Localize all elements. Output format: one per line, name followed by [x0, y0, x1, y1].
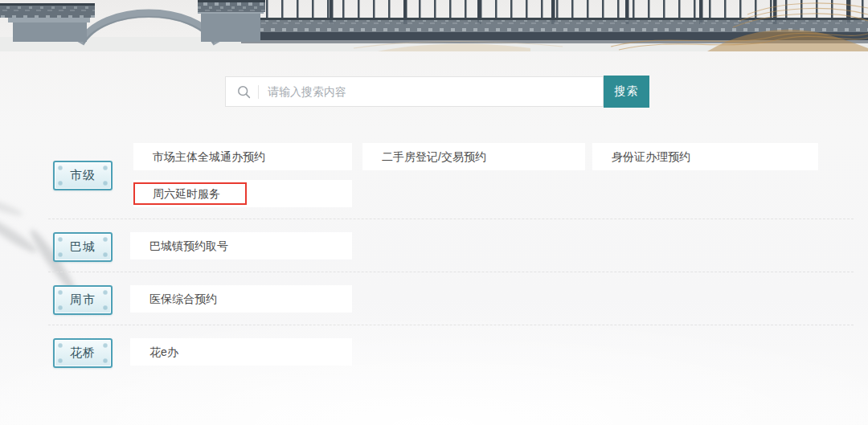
category-button-bacheng[interactable]: 巴城: [53, 232, 113, 262]
search-icon: [237, 85, 251, 99]
search-text-field[interactable]: [268, 85, 603, 98]
search-divider: [258, 85, 259, 99]
row-separator: [48, 272, 854, 272]
search-button[interactable]: 搜索: [604, 76, 649, 108]
row-separator: [48, 219, 854, 219]
category-button-shiji[interactable]: 市级: [53, 161, 113, 190]
service-item-label: 周六延时服务: [153, 187, 220, 200]
search-bar: 搜索: [225, 76, 649, 108]
service-item[interactable]: 身份证办理预约: [592, 143, 818, 170]
category-button-huaqiao[interactable]: 花桥: [53, 338, 113, 368]
service-item[interactable]: 巴城镇预约取号: [130, 232, 352, 259]
leaf-shadow-decoration: [0, 194, 24, 219]
row-separator: [48, 325, 854, 325]
service-item[interactable]: 市场主体全城通办预约: [133, 143, 352, 170]
category-button-zhoushi[interactable]: 周市: [53, 285, 113, 315]
bridge-hero-image: [0, 0, 868, 51]
service-item[interactable]: 花e办: [130, 338, 352, 366]
page: 搜索 市级 巴城 周市 花桥 市场主体全城通办预约 二手房登记/交易预约 身份证…: [0, 0, 868, 425]
bottom-glow-decoration: [0, 313, 868, 425]
service-item[interactable]: 二手房登记/交易预约: [362, 143, 585, 170]
service-item-highlighted[interactable]: 周六延时服务: [133, 180, 352, 207]
search-input[interactable]: [225, 76, 604, 107]
service-item[interactable]: 医保综合预约: [130, 285, 352, 313]
